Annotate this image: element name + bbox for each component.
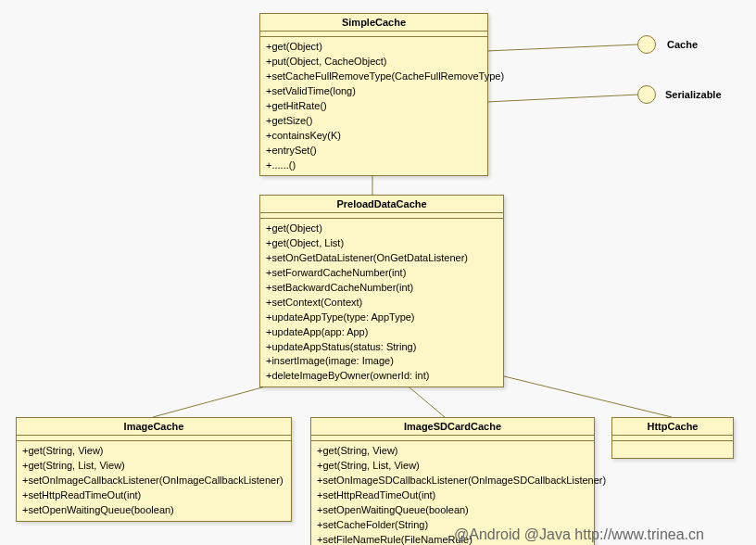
class-methods	[612, 441, 733, 458]
interface-serializable-circle	[637, 85, 656, 104]
class-title: SimpleCache	[260, 14, 487, 32]
class-imagecache: ImageCache +get(String, View) +get(Strin…	[16, 417, 292, 522]
class-httpcache: HttpCache	[611, 417, 734, 459]
svg-line-1	[486, 95, 638, 102]
interface-cache-circle	[637, 35, 656, 54]
interface-cache-label: Cache	[667, 39, 698, 50]
class-simplecache: SimpleCache +get(Object) +put(Object, Ca…	[259, 13, 488, 176]
class-preloaddatacache: PreloadDataCache +get(Object) +get(Objec…	[259, 195, 504, 387]
class-title: PreloadDataCache	[260, 196, 503, 213]
class-title: HttpCache	[612, 418, 733, 436]
svg-line-0	[486, 44, 638, 51]
interface-serializable-label: Serializable	[665, 89, 722, 100]
svg-line-8	[500, 375, 672, 417]
class-methods: +get(Object) +get(Object, List) +setOnGe…	[260, 219, 503, 387]
class-title: ImageSDCardCache	[311, 418, 594, 436]
class-title: ImageCache	[17, 418, 291, 436]
watermark-text: @Android @Java http://www.trinea.cn	[454, 526, 704, 543]
class-methods: +get(String, View) +get(String, List, Vi…	[17, 441, 291, 521]
class-methods: +get(Object) +put(Object, CacheObject) +…	[260, 37, 487, 175]
